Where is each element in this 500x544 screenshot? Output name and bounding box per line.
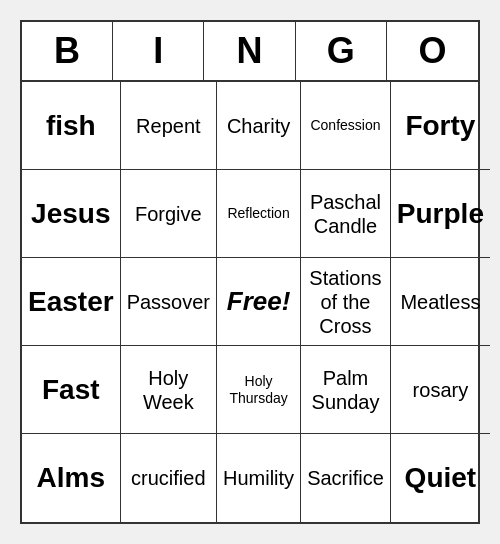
header-letter-o: O [387, 22, 478, 80]
header-letter-g: G [296, 22, 387, 80]
bingo-grid: fishRepentCharityConfessionFortyJesusFor… [22, 82, 478, 522]
cell-text-19: rosary [413, 378, 469, 402]
cell-text-13: Stations of the Cross [309, 266, 381, 338]
cell-text-23: Sacrifice [307, 466, 384, 490]
bingo-cell-12: Free! [217, 258, 301, 346]
cell-text-12: Free! [227, 286, 291, 317]
cell-text-18: Palm Sunday [312, 366, 380, 414]
bingo-header: BINGO [22, 22, 478, 82]
cell-text-6: Forgive [135, 202, 202, 226]
cell-text-5: Jesus [31, 197, 110, 231]
cell-text-15: Fast [42, 373, 100, 407]
bingo-cell-10: Easter [22, 258, 121, 346]
bingo-cell-21: crucified [121, 434, 217, 522]
cell-text-11: Passover [127, 290, 210, 314]
bingo-cell-19: rosary [391, 346, 490, 434]
bingo-cell-23: Sacrifice [301, 434, 391, 522]
cell-text-4: Forty [405, 109, 475, 143]
header-letter-n: N [204, 22, 295, 80]
bingo-cell-18: Palm Sunday [301, 346, 391, 434]
bingo-cell-4: Forty [391, 82, 490, 170]
cell-text-17: Holy Thursday [229, 373, 287, 407]
bingo-cell-8: Paschal Candle [301, 170, 391, 258]
cell-text-9: Purple [397, 197, 484, 231]
cell-text-10: Easter [28, 285, 114, 319]
bingo-cell-7: Reflection [217, 170, 301, 258]
bingo-cell-24: Quiet [391, 434, 490, 522]
bingo-cell-3: Confession [301, 82, 391, 170]
cell-text-8: Paschal Candle [310, 190, 381, 238]
header-letter-i: I [113, 22, 204, 80]
bingo-cell-13: Stations of the Cross [301, 258, 391, 346]
cell-text-22: Humility [223, 466, 294, 490]
cell-text-20: Alms [37, 461, 105, 495]
bingo-cell-11: Passover [121, 258, 217, 346]
bingo-cell-0: fish [22, 82, 121, 170]
bingo-cell-17: Holy Thursday [217, 346, 301, 434]
bingo-cell-15: Fast [22, 346, 121, 434]
bingo-card: BINGO fishRepentCharityConfessionFortyJe… [20, 20, 480, 524]
cell-text-0: fish [46, 109, 96, 143]
cell-text-7: Reflection [227, 205, 289, 222]
bingo-cell-9: Purple [391, 170, 490, 258]
cell-text-21: crucified [131, 466, 205, 490]
bingo-cell-1: Repent [121, 82, 217, 170]
cell-text-1: Repent [136, 114, 201, 138]
bingo-cell-6: Forgive [121, 170, 217, 258]
bingo-cell-20: Alms [22, 434, 121, 522]
bingo-cell-2: Charity [217, 82, 301, 170]
bingo-cell-14: Meatless [391, 258, 490, 346]
header-letter-b: B [22, 22, 113, 80]
cell-text-3: Confession [310, 117, 380, 134]
bingo-cell-5: Jesus [22, 170, 121, 258]
bingo-cell-16: Holy Week [121, 346, 217, 434]
bingo-cell-22: Humility [217, 434, 301, 522]
cell-text-2: Charity [227, 114, 290, 138]
cell-text-14: Meatless [400, 290, 480, 314]
cell-text-16: Holy Week [143, 366, 194, 414]
cell-text-24: Quiet [405, 461, 477, 495]
